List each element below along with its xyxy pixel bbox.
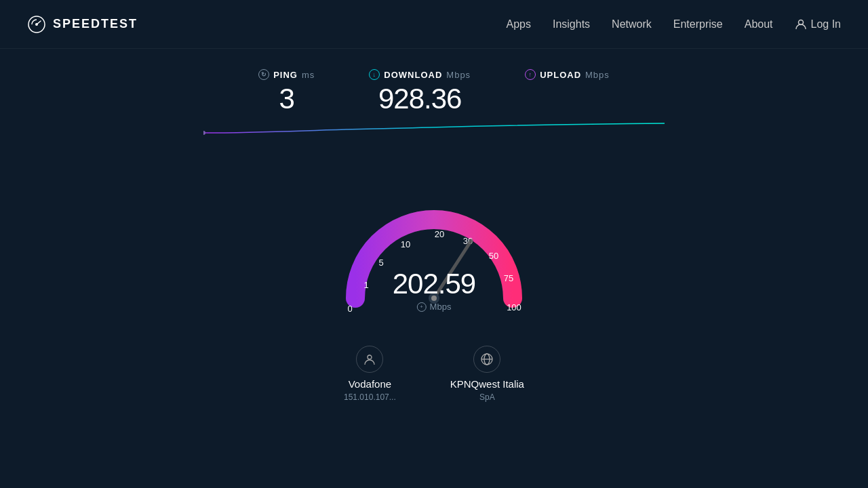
svg-point-4 — [203, 131, 205, 135]
download-label: ↓ DOWNLOAD Mbps — [369, 69, 471, 80]
svg-text:5: 5 — [378, 258, 383, 268]
isp-info: Vodafone 151.010.107... — [344, 346, 396, 402]
ping-unit: ms — [302, 70, 315, 80]
server-sub: SpA — [479, 392, 495, 402]
download-unit: Mbps — [446, 70, 471, 80]
svg-text:10: 10 — [401, 239, 410, 249]
user-icon — [795, 18, 807, 30]
bottom-info: Vodafone 151.010.107... KPNQwest Italia … — [344, 346, 524, 402]
speed-number: 202.59 — [393, 268, 475, 300]
nav-item-enterprise[interactable]: Enterprise — [673, 18, 723, 30]
download-value: 928.36 — [378, 83, 461, 115]
svg-text:75: 75 — [504, 273, 513, 283]
nav-item-network[interactable]: Network — [612, 18, 652, 30]
svg-text:1: 1 — [363, 280, 368, 290]
upload-unit: Mbps — [585, 70, 610, 80]
logo[interactable]: SPEEDTEST — [27, 15, 138, 34]
download-stat: ↓ DOWNLOAD Mbps 928.36 — [369, 69, 471, 115]
svg-point-17 — [368, 355, 372, 359]
upload-stat: ↑ UPLOAD Mbps — [525, 69, 610, 83]
progress-line-container — [203, 122, 665, 136]
isp-sub: 151.010.107... — [344, 392, 396, 402]
speed-unit-circle-icon: + — [417, 302, 427, 312]
nav-item-about[interactable]: About — [745, 18, 773, 30]
speed-unit-text: Mbps — [430, 302, 452, 312]
main-nav: Apps Insights Network Enterprise About L… — [506, 18, 841, 30]
login-button[interactable]: Log In — [795, 18, 841, 30]
svg-text:100: 100 — [507, 302, 521, 312]
server-info: KPNQwest Italia SpA — [450, 346, 524, 402]
progress-line-svg — [203, 122, 665, 136]
logo-text: SPEEDTEST — [53, 17, 138, 31]
svg-text:50: 50 — [489, 251, 498, 261]
nav-item-apps[interactable]: Apps — [506, 18, 530, 30]
header: SPEEDTEST Apps Insights Network Enterpri… — [0, 0, 868, 49]
svg-line-2 — [37, 21, 41, 24]
upload-label-text: UPLOAD — [540, 70, 581, 80]
server-name: KPNQwest Italia — [450, 378, 524, 390]
download-label-text: DOWNLOAD — [384, 70, 442, 80]
svg-text:0: 0 — [347, 304, 352, 314]
globe-icon — [473, 346, 500, 373]
upload-label: ↑ UPLOAD Mbps — [525, 69, 610, 80]
svg-text:20: 20 — [435, 229, 444, 239]
ping-icon: ↻ — [258, 69, 269, 80]
speedometer: 0 1 5 10 20 30 50 75 100 — [326, 142, 542, 332]
login-label: Log In — [811, 18, 841, 30]
speed-unit-label: + Mbps — [393, 302, 475, 312]
download-icon: ↓ — [369, 69, 380, 80]
nav-item-insights[interactable]: Insights — [553, 18, 590, 30]
upload-icon: ↑ — [525, 69, 536, 80]
speed-value-display: 202.59 + Mbps — [393, 268, 475, 312]
isp-name: Vodafone — [349, 378, 391, 390]
stats-row: ↻ PING ms 3 ↓ DOWNLOAD Mbps 928.36 ↑ UPL… — [258, 69, 610, 115]
ping-label-text: PING — [273, 70, 298, 80]
main-content: ↻ PING ms 3 ↓ DOWNLOAD Mbps 928.36 ↑ UPL… — [0, 49, 868, 402]
ping-stat: ↻ PING ms 3 — [258, 69, 315, 115]
ping-label: ↻ PING ms — [258, 69, 315, 80]
ping-value: 3 — [279, 83, 294, 115]
speedtest-logo-icon — [27, 15, 46, 34]
user-circle-icon — [356, 346, 383, 373]
